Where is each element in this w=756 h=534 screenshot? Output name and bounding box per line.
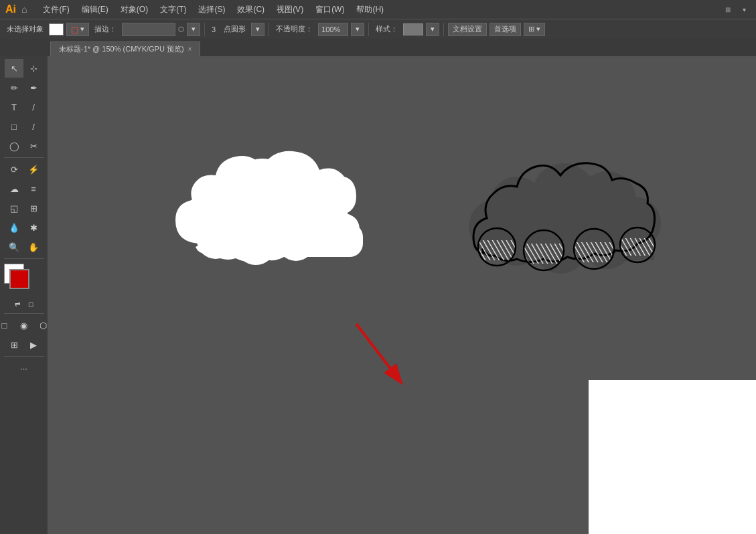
tool-sep-2 (4, 258, 44, 259)
chevron-down-icon[interactable]: ▾ (737, 3, 751, 16)
tool-sep-1 (4, 157, 44, 158)
stroke-arrows[interactable]: ⬡ (178, 25, 184, 33)
direct-selection-tool[interactable]: ⊹ (24, 59, 43, 78)
chevron-icon: ▾ (80, 25, 84, 33)
tool-row-9: 💧 ✱ (5, 218, 43, 237)
more-tools-btn[interactable]: ··· (4, 359, 44, 377)
stroke-style-btn[interactable]: ◻ ▾ (66, 23, 89, 36)
toggle-mode-btn[interactable]: ⬡ (34, 316, 49, 335)
cloud-dark[interactable] (437, 137, 678, 290)
tab-bar: 未标题-1* @ 150% (CMYK/GPU 预览) × (0, 39, 756, 56)
window-controls: ⊞ ▾ (721, 3, 751, 16)
separator-1 (204, 23, 205, 36)
document-tab[interactable]: 未标题-1* @ 150% (CMYK/GPU 预览) × (50, 41, 200, 56)
eyedropper-tool[interactable]: 💧 (5, 218, 23, 237)
mask-mode-btn[interactable]: ◉ (15, 316, 33, 335)
preferences-btn[interactable]: 首选项 (489, 23, 521, 36)
swap-colors-icon[interactable]: ⇄ (11, 298, 23, 310)
menu-object[interactable]: 对象(O) (115, 3, 153, 17)
pencil-tool[interactable]: ✒ (24, 78, 43, 97)
warp-tool[interactable]: ⚡ (24, 160, 43, 179)
measure-tool[interactable]: ✱ (24, 218, 43, 237)
foreground-color-swatch[interactable] (9, 269, 29, 289)
tab-title: 未标题-1* @ 150% (CMYK/GPU 预览) (59, 44, 184, 54)
tool-row-view: ⊞ ▶ (5, 335, 43, 354)
svg-rect-26 (524, 244, 564, 264)
screen-mode-btn[interactable]: ⊞ (5, 335, 23, 354)
rotate-tool[interactable]: ⟳ (5, 160, 23, 179)
stroke-dropdown[interactable]: ▾ (187, 23, 200, 36)
zoom-tool[interactable]: 🔍 (5, 238, 23, 256)
home-icon[interactable]: ⌂ (21, 4, 27, 15)
default-colors-icon[interactable]: ◻ (25, 298, 37, 310)
shape-dropdown[interactable]: ▾ (251, 23, 264, 36)
svg-rect-29 (574, 242, 614, 262)
selection-tool[interactable]: ↖ (5, 59, 23, 78)
color-area (4, 264, 44, 293)
menu-view[interactable]: 视图(V) (271, 3, 309, 17)
menu-file[interactable]: 文件(F) (37, 3, 74, 17)
separator-4 (443, 23, 444, 36)
tab-close-btn[interactable]: × (188, 46, 192, 53)
fill-swatch[interactable] (49, 23, 64, 35)
toolbar: 未选择对象 ◻ ▾ 描边： ⬡ ▾ 3 点圆形 ▾ 不透明度： 100% ▾ 样… (0, 19, 756, 39)
svg-rect-32 (620, 238, 655, 256)
no-selection-label: 未选择对象 (4, 24, 46, 34)
svg-point-8 (277, 224, 315, 261)
opacity-input[interactable]: 100% (318, 23, 348, 36)
color-mode-icons: ⇄ ◻ (11, 298, 37, 310)
menu-effect[interactable]: 效果(C) (232, 3, 270, 17)
normal-mode-btn[interactable]: □ (0, 316, 14, 335)
cloud-white[interactable] (162, 137, 370, 270)
stroke-label: 描边： (92, 24, 119, 34)
arrow-line (356, 324, 400, 381)
svg-point-9 (319, 221, 353, 255)
gradient-tool[interactable]: ◱ (5, 199, 23, 217)
tool-row-10: 🔍 ✋ (5, 238, 43, 256)
arrange-icon[interactable]: ⊞ (721, 3, 735, 16)
left-toolbar: ↖ ⊹ ✏ ✒ T / □ / ◯ ✂ ⟳ ⚡ ☁ ≡ ◱ ⊞ (0, 56, 48, 534)
menu-help[interactable]: 帮助(H) (351, 3, 389, 17)
menu-edit[interactable]: 编辑(E) (76, 3, 114, 17)
tool-row-8: ◱ ⊞ (5, 199, 43, 217)
menu-select[interactable]: 选择(S) (193, 3, 230, 17)
tool-row-2: ✏ ✒ (5, 78, 43, 97)
separator-2 (269, 23, 269, 36)
type-tool[interactable]: T (5, 98, 23, 116)
pen-tool[interactable]: ✏ (5, 78, 23, 97)
canvas-area[interactable] (48, 56, 756, 534)
rect-tool[interactable]: □ (5, 117, 23, 136)
tool-sep-3 (4, 313, 44, 314)
shape-type: 点圆形 (221, 24, 248, 34)
line-tool[interactable]: / (24, 98, 43, 116)
stroke-input[interactable] (122, 23, 175, 36)
scissors-tool[interactable]: ✂ (24, 137, 43, 155)
blend-tool[interactable]: ☁ (5, 179, 23, 198)
opacity-label: 不透明度： (273, 24, 315, 34)
menu-bar: 文件(F) 编辑(E) 对象(O) 文字(T) 选择(S) 效果(C) 视图(V… (37, 3, 389, 17)
menu-text[interactable]: 文字(T) (155, 3, 192, 17)
tool-row-1: ↖ ⊹ (5, 59, 43, 78)
tool-sep-4 (4, 356, 44, 357)
dark-cloud-shape (469, 163, 661, 274)
mesh-tool[interactable]: ⊞ (24, 199, 43, 217)
svg-point-7 (236, 225, 276, 265)
menu-window[interactable]: 窗口(W) (310, 3, 350, 17)
extra-options-btn[interactable]: ⊞ ▾ (524, 23, 545, 36)
canvas-page (589, 380, 756, 534)
hand-tool[interactable]: ✋ (24, 238, 43, 256)
doc-settings-btn[interactable]: 文档设置 (448, 23, 487, 36)
red-arrow (336, 317, 423, 397)
opacity-dropdown[interactable]: ▾ (351, 23, 364, 36)
title-bar: Ai ⌂ 文件(F) 编辑(E) 对象(O) 文字(T) 选择(S) 效果(C)… (0, 0, 756, 19)
presentation-btn[interactable]: ▶ (24, 335, 43, 354)
svg-rect-23 (478, 240, 516, 260)
style-dropdown[interactable]: ▾ (426, 23, 439, 36)
slash-tool[interactable]: / (24, 117, 43, 136)
ellipse-tool[interactable]: ◯ (5, 137, 23, 155)
white-cloud-shape (175, 151, 363, 265)
tool-row-4: □ / (5, 117, 43, 136)
style-swatch[interactable] (403, 23, 423, 35)
main-area: ↖ ⊹ ✏ ✒ T / □ / ◯ ✂ ⟳ ⚡ ☁ ≡ ◱ ⊞ (0, 56, 756, 534)
chart-tool[interactable]: ≡ (24, 179, 43, 198)
